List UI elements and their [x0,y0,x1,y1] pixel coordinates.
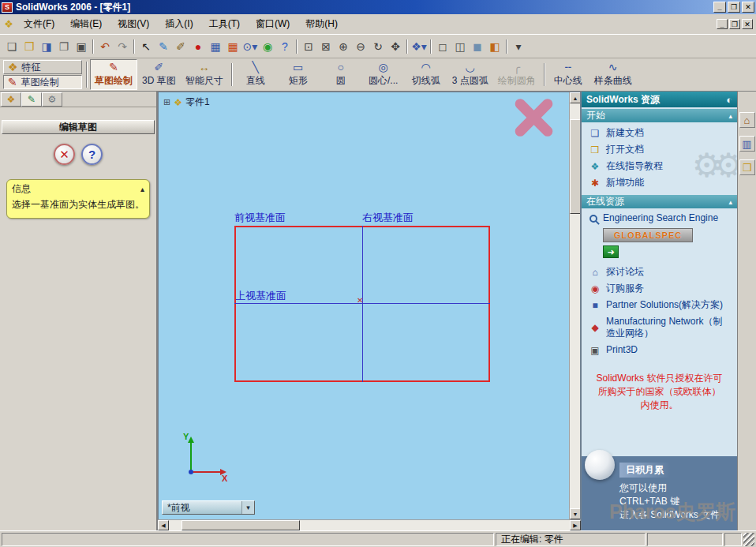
zoom-in-button[interactable]: ⊕ [335,38,352,55]
tab-features[interactable]: ❖ 特征 [3,60,82,74]
menu-item[interactable]: 窗口(W) [248,15,298,33]
section-start-header[interactable]: 开始 [582,109,737,122]
cancel-button[interactable]: ✕ [54,144,75,165]
rectangle-button[interactable]: ▭ 矩形 [277,59,320,90]
tree-expand-icon[interactable]: ⊞ [163,97,170,107]
go-button[interactable]: ➜ [603,245,619,258]
wireframe-button[interactable]: ◻ [434,38,451,55]
smart-dimension-button[interactable]: ↔ 智能尺寸 [181,59,228,90]
panel-tabs: ❖✎⚙ [0,92,156,107]
section-view-button[interactable]: ◧ [486,38,503,55]
design-table-button[interactable]: ▦ [207,38,224,55]
tab-featuremanager[interactable]: ❖ [1,92,21,107]
online-tutorials-link[interactable]: ❖ 在线指导教程 [582,158,737,174]
pan-button[interactable]: ✥ [387,38,404,55]
new-document-link[interactable]: ❏ 新建文档 [582,125,737,141]
view-orientation-button[interactable]: ▾ [510,38,527,55]
menu-item[interactable]: 帮助(H) [298,15,346,33]
centerpoint-circle-button[interactable]: ◎ 圆心/... [362,59,405,90]
tab-design-library[interactable]: ▥ [739,136,755,152]
standard-views-combo[interactable]: ❖▾ [410,38,428,55]
info-box: 信息 ▴ 选择一基准面为实体生成草图。 [6,179,150,219]
help-button[interactable]: ? [276,38,294,55]
menu-item[interactable]: 文件(F) [16,15,62,33]
tab-file-explorer[interactable]: ❒ [739,159,755,175]
whats-new-link[interactable]: ✱ 新增功能 [582,174,737,191]
3d-sketch-button[interactable]: ✐ 3D 草图 [137,59,181,90]
collapse-icon[interactable]: ▴ [140,185,144,193]
tab-sketch[interactable]: ✎ 草图绘制 [3,75,82,89]
menu-item[interactable]: 工具(T) [201,15,248,33]
menu-item[interactable]: 编辑(E) [62,15,110,33]
three-point-arc-button[interactable]: ◡ 3 点圆弧 [447,59,493,90]
minimize-button[interactable]: _ [713,2,726,13]
undo-button[interactable]: ↶ [96,38,114,55]
shaded-button[interactable]: ◼ [469,38,486,55]
zoom-out-button[interactable]: ⊖ [352,38,369,55]
front-plane-label[interactable]: 前视基准面 [234,211,286,225]
sketch-fillet-button[interactable]: ╭ 绘制圆角 [493,59,541,90]
rebuild-button[interactable]: ◉ [259,38,276,55]
tab-propertymanager[interactable]: ✎ [21,92,42,107]
print-button[interactable]: ▣ [73,38,90,55]
open-document-button[interactable]: ❒ [21,38,38,55]
section-online-header[interactable]: 在线资源 [582,195,737,208]
axis-x-label: X [222,474,227,483]
zoom-select-combo[interactable]: ⊙▾ [241,38,259,55]
close-button[interactable]: ✕ [742,2,754,13]
menu-item[interactable]: 视图(V) [110,15,157,33]
zoom-to-fit-button[interactable]: ⊡ [300,38,317,55]
resize-grip[interactable] [743,533,754,546]
zoom-to-area-button[interactable]: ⊠ [317,38,335,55]
vertical-scroll-thumb[interactable] [570,119,581,214]
hidden-lines-button[interactable]: ◫ [451,38,469,55]
discussion-forum-link[interactable]: ⌂ 探讨论坛 [582,264,737,280]
spline-button[interactable]: ∿ 样条曲线 [589,59,637,90]
menu-item[interactable]: 插入(I) [157,15,200,33]
record-macro-button[interactable]: ● [189,38,207,55]
select-button[interactable]: ↖ [137,38,155,55]
manufacturing-network-link[interactable]: ◆ Manufacturing Network（制造业网络） [582,313,737,342]
scroll-down-icon[interactable] [570,508,581,519]
child-close-button[interactable]: ✕ [742,19,753,29]
sketch-button[interactable]: ✎ 草图绘制 [90,59,137,90]
view-orientation-selector[interactable]: *前视 [162,500,255,515]
scroll-up-icon[interactable] [570,92,581,103]
print-preview-button[interactable]: ❐ [55,38,73,55]
horizontal-scrollbar[interactable] [158,519,581,530]
tab-configurationmanager[interactable]: ⚙ [42,92,62,107]
help-circle-button[interactable]: ? [81,144,103,165]
open-document-link[interactable]: ❒ 打开文档 [582,141,737,158]
circle-button[interactable]: ○ 圆 [320,59,362,90]
subscription-service-link[interactable]: ◉ 订购服务 [582,280,737,297]
partner-solutions-link[interactable]: ■ Partner Solutions(解决方案) [582,297,737,313]
chevron-down-icon[interactable] [241,501,254,514]
axis-origin-dot [189,470,193,474]
status-panel [647,533,723,546]
restore-button[interactable]: ❐ [728,2,740,13]
new-document-button[interactable]: ❏ [3,38,21,55]
save-button[interactable]: ◨ [38,38,55,55]
vertical-scrollbar[interactable] [569,92,580,519]
child-minimize-button[interactable]: _ [717,19,728,29]
annotation-button[interactable]: ✐ [172,38,189,55]
graphics-area[interactable]: ⊞ ❖ 零件1 前视基准面 右视基准面 上视基准面 ✕ Y [158,92,581,519]
line-button[interactable]: ╲ 直线 [234,59,277,90]
globalspec-badge[interactable]: GLOBALSPEC [603,228,693,242]
right-plane-label[interactable]: 右视基准面 [362,211,414,225]
horizontal-scroll-thumb[interactable] [182,520,300,530]
toolbar-separator [228,59,234,90]
edit-color-button[interactable]: ▦ [224,38,241,55]
link-label: 在线指导教程 [606,160,663,172]
engineering-search-link[interactable]: Engineering Search Engine [582,208,737,227]
tab-solidworks-resources[interactable]: ⌂ [739,112,755,128]
print3d-link[interactable]: ▣ Print3D [582,342,737,358]
tangent-arc-button[interactable]: ◠ 切线弧 [405,59,447,90]
scroll-right-icon[interactable] [570,520,581,530]
centerline-button[interactable]: ╌ 中心线 [547,59,589,90]
rotate-view-button[interactable]: ↻ [369,38,387,55]
sketch-button-small[interactable]: ✎ [155,38,172,55]
redo-button[interactable]: ↷ [114,38,131,55]
child-restore-button[interactable]: ❐ [729,19,740,29]
scroll-left-icon[interactable] [158,520,169,530]
